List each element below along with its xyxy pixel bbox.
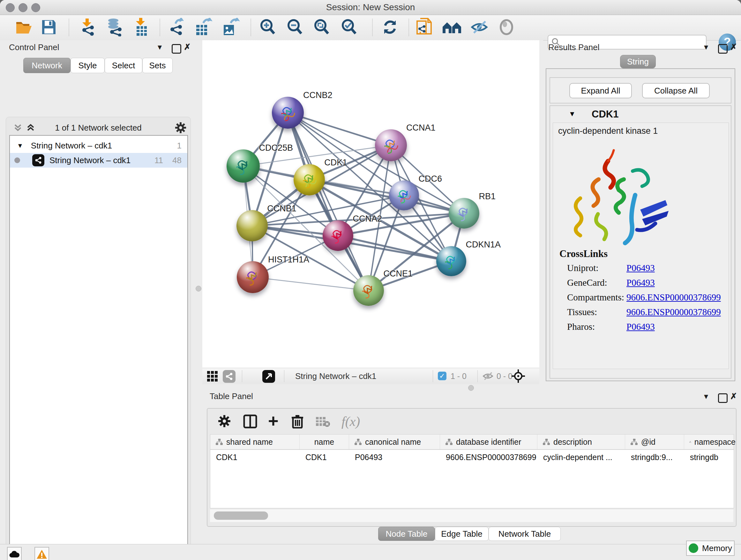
results-panel-close-icon[interactable]: ✗	[730, 42, 737, 52]
section-collapse-arrow-icon[interactable]: ▼	[569, 110, 576, 118]
export-image-icon[interactable]	[221, 17, 241, 37]
network-node-CDKN1A[interactable]	[436, 246, 466, 276]
network-node-CCNB2[interactable]	[272, 97, 304, 129]
results-panel-menu-arrow-icon[interactable]: ▾	[704, 42, 708, 52]
network-node-CCNB1[interactable]	[237, 210, 268, 241]
zoom-selected-icon[interactable]	[340, 17, 358, 37]
tab-style[interactable]: Style	[71, 58, 105, 73]
tab-select[interactable]: Select	[105, 58, 142, 73]
network-node-CDC6[interactable]	[389, 180, 419, 210]
zoom-out-icon[interactable]	[286, 17, 304, 37]
birdseye-view-icon[interactable]	[262, 370, 275, 383]
network-row-selected[interactable]: String Network – cdk1 11 48	[10, 153, 187, 168]
selected-checkbox-icon[interactable]: ✓	[438, 372, 447, 380]
crosslink-link[interactable]: P06493	[626, 277, 655, 288]
cloud-button[interactable]	[7, 547, 22, 560]
collapse-all-button[interactable]: Collapse All	[642, 83, 710, 98]
tab-node-table[interactable]: Node Table	[378, 527, 435, 541]
memory-button[interactable]: Memory	[686, 541, 735, 556]
crosslink-label: Pharos:	[567, 321, 595, 332]
network-node-CCNE1[interactable]	[353, 275, 384, 306]
import-network-database-icon[interactable]	[105, 17, 124, 37]
collection-expand-arrow-icon[interactable]: ▼	[17, 142, 23, 149]
column-header[interactable]: database identifier	[440, 435, 537, 449]
network-node-HIST1H1A[interactable]	[237, 261, 269, 293]
crosslink-link[interactable]: 9606.ENSP00000378699	[626, 307, 721, 317]
home-networks-icon[interactable]	[442, 17, 462, 37]
export-network-icon[interactable]	[168, 17, 186, 37]
zoom-fit-icon[interactable]	[313, 17, 331, 37]
tab-sets[interactable]: Sets	[142, 58, 173, 73]
toolbar-divider	[477, 370, 478, 382]
tab-edge-table[interactable]: Edge Table	[435, 527, 488, 541]
control-panel-menu-arrow-icon[interactable]: ▾	[158, 42, 162, 52]
add-column-icon[interactable]: +	[268, 414, 279, 428]
network-node-RB1[interactable]	[449, 198, 479, 229]
save-session-icon[interactable]	[42, 17, 56, 37]
import-network-file-icon[interactable]	[80, 17, 97, 37]
refresh-icon[interactable]	[381, 17, 399, 37]
network-node-count: 11	[154, 155, 163, 165]
table-options-gear-icon[interactable]	[218, 415, 231, 429]
zoom-in-icon[interactable]	[259, 17, 277, 37]
control-panel-close-icon[interactable]: ✗	[184, 42, 191, 52]
control-panel-float-icon[interactable]	[172, 44, 181, 54]
node-label-RB1: RB1	[479, 192, 495, 201]
column-header[interactable]: description	[537, 435, 625, 449]
network-node-CDK1[interactable]	[293, 164, 325, 195]
column-header[interactable]: namespace	[684, 435, 736, 449]
import-table-icon[interactable]	[134, 17, 149, 37]
delete-column-trash-icon[interactable]	[291, 415, 304, 430]
crosslink-link[interactable]: P06493	[626, 321, 655, 332]
open-session-icon[interactable]	[15, 17, 33, 37]
network-node-CCNA2[interactable]	[323, 220, 353, 251]
table-panel-float-icon[interactable]	[718, 393, 728, 403]
table-row[interactable]: CDK1 CDK1 P06493 9606.ENSP00000378699 cy…	[210, 450, 734, 464]
crosshair-center-icon[interactable]	[511, 369, 525, 384]
horizontal-scrollbar-thumb[interactable]	[214, 511, 268, 520]
results-panel-float-icon[interactable]	[718, 44, 728, 54]
table-panel-close-icon[interactable]: ✗	[730, 391, 737, 401]
node-label-CCNB1: CCNB1	[267, 204, 296, 213]
network-node-CCNA1[interactable]	[375, 129, 407, 161]
crosslink-link[interactable]: P06493	[626, 263, 655, 273]
results-panel-title: Results Panel	[548, 43, 599, 52]
left-splitter[interactable]	[196, 40, 202, 384]
node-label-CDK1: CDK1	[324, 158, 347, 168]
delete-table-icon[interactable]	[315, 416, 330, 428]
hide-show-eye-slash-icon[interactable]	[470, 17, 488, 37]
title-bar: Session: New Session	[0, 0, 741, 15]
network-share-view-icon[interactable]	[223, 370, 235, 383]
network-canvas[interactable]: CCNB2CCNA1CDC25BCDK1CDC6RB1CCNB1CCNA2CDK…	[202, 40, 539, 368]
right-splitter[interactable]	[539, 40, 543, 385]
column-header[interactable]: @id	[625, 435, 684, 449]
network-list-panel: 1 of 1 Network selected ▼ String Network…	[6, 117, 191, 560]
function-builder-icon[interactable]: f(x)	[341, 414, 360, 429]
crosslink-link[interactable]: 9606.ENSP00000378699	[626, 292, 721, 303]
string-results-box: Expand All Collapse All ▼ CDK1 cyclin-de…	[546, 68, 735, 381]
control-panel-title: Control Panel	[9, 43, 59, 52]
horizontal-scrollbar[interactable]	[210, 509, 733, 522]
export-table-icon[interactable]	[194, 17, 213, 37]
gene-name: CDK1	[592, 109, 618, 120]
network-collection-row[interactable]: ▼ String Network – cdk1 1	[10, 138, 187, 153]
clone-network-icon[interactable]	[416, 17, 432, 37]
expand-all-button[interactable]: Expand All	[569, 83, 632, 98]
left-splitter-handle[interactable]	[196, 286, 201, 292]
tab-network[interactable]: Network	[23, 58, 71, 73]
network-view-title: String Network – cdk1	[295, 371, 376, 381]
tab-network-table[interactable]: Network Table	[488, 527, 561, 541]
tab-string[interactable]: String	[620, 55, 656, 68]
node-label-CDC6: CDC6	[419, 174, 442, 184]
column-header[interactable]: canonical name	[349, 435, 440, 449]
table-panel-menu-arrow-icon[interactable]: ▾	[704, 391, 708, 401]
network-options-gear-icon[interactable]	[175, 122, 187, 135]
network-node-CDC25B[interactable]	[226, 149, 260, 183]
show-columns-icon[interactable]	[243, 415, 257, 430]
preview-eye-icon[interactable]	[498, 17, 515, 37]
column-header[interactable]: name	[300, 435, 349, 449]
grid-view-icon[interactable]	[207, 371, 218, 383]
warnings-button[interactable]	[35, 547, 49, 560]
toolbar-separator	[408, 19, 409, 36]
column-header[interactable]: shared name	[210, 435, 300, 449]
